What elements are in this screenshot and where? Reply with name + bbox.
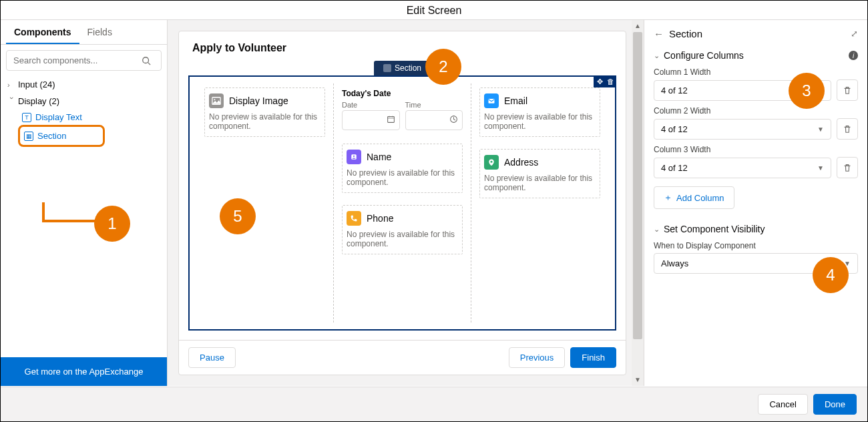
tree-input-label: Input (24) <box>18 79 55 89</box>
no-preview-text: No preview is available for this compone… <box>347 230 458 248</box>
section-tab-icon <box>383 64 391 72</box>
tab-components[interactable]: Components <box>6 20 79 44</box>
section-icon: ▦ <box>24 132 33 141</box>
chevron-down-icon: ⌄ <box>654 225 660 234</box>
scroll-down-icon[interactable]: ▼ <box>632 374 644 386</box>
email-icon <box>484 93 499 108</box>
screen-canvas: Apply to Volunteer Section ✥ 🗑 <box>178 31 626 375</box>
previous-button[interactable]: Previous <box>509 347 566 368</box>
canvas-area: Apply to Volunteer Section ✥ 🗑 <box>168 20 644 386</box>
time-input[interactable] <box>405 110 463 130</box>
component-phone[interactable]: Phone No preview is available for this c… <box>342 205 463 254</box>
properties-panel: ← Section ⤢ ⌄ Configure Columns i Column… <box>644 20 867 386</box>
expand-icon[interactable]: ⤢ <box>851 29 858 39</box>
info-icon[interactable]: i <box>849 51 858 60</box>
section-actions: ✥ 🗑 <box>594 75 616 87</box>
modal-footer: Cancel Done <box>1 387 867 421</box>
svg-point-12 <box>491 161 493 163</box>
section-body[interactable]: ✥ 🗑 Display Image <box>188 75 616 331</box>
canvas-scrollbar[interactable]: ▲ ▼ <box>632 20 644 386</box>
visibility-toggle[interactable]: ⌄ Set Component Visibility <box>654 224 858 234</box>
component-title: Display Image <box>229 95 288 106</box>
no-preview-text: No preview is available for this compone… <box>209 112 320 131</box>
chevron-right-icon: › <box>7 81 17 89</box>
tab-fields[interactable]: Fields <box>79 20 120 44</box>
search-components <box>6 50 162 71</box>
section-column-1[interactable]: Display Image No preview is available fo… <box>196 83 334 323</box>
section-tab[interactable]: Section <box>374 61 431 75</box>
column-3-label: Column 3 Width <box>654 145 858 154</box>
add-column-button[interactable]: ＋ Add Column <box>654 186 734 209</box>
plus-icon: ＋ <box>664 192 672 204</box>
component-name[interactable]: Name No preview is available for this co… <box>342 144 463 193</box>
main-layout: Components Fields › Input (24) › Display… <box>1 19 867 386</box>
svg-rect-4 <box>387 116 394 122</box>
component-address[interactable]: Address No preview is available for this… <box>479 149 600 198</box>
date-label: Date <box>342 101 400 109</box>
tree-group-display[interactable]: › Display (2) <box>5 93 163 110</box>
tree-group-input[interactable]: › Input (24) <box>5 76 163 93</box>
column-1-label: Column 1 Width <box>654 67 858 77</box>
chevron-down-icon: › <box>8 97 16 106</box>
time-label: Time <box>405 101 463 109</box>
svg-point-0 <box>143 57 149 63</box>
component-title: Phone <box>367 213 393 224</box>
delete-column-1[interactable] <box>837 79 858 101</box>
dropdown-icon: ▼ <box>844 260 851 267</box>
move-icon[interactable]: ✥ <box>595 77 604 86</box>
select-value: 4 of 12 <box>661 124 688 134</box>
image-icon <box>209 93 224 108</box>
tree-item-label: Display Text <box>35 112 82 122</box>
delete-column-3[interactable] <box>837 157 858 178</box>
modal-title: Edit Screen <box>1 1 867 19</box>
column-2-select[interactable]: 4 of 12 ▼ <box>654 119 831 140</box>
select-value: 4 of 12 <box>661 163 688 173</box>
delete-icon[interactable]: 🗑 <box>606 77 615 86</box>
configure-columns-toggle[interactable]: ⌄ Configure Columns i <box>654 50 858 61</box>
app-exchange-button[interactable]: Get more on the AppExchange <box>1 357 167 386</box>
section-column-2[interactable]: Today's Date Date Tim <box>334 83 471 323</box>
scroll-thumb[interactable] <box>633 32 642 339</box>
svg-point-3 <box>214 99 215 100</box>
svg-line-1 <box>148 62 151 65</box>
section-tab-label: Section <box>395 63 421 73</box>
visibility-label: Set Component Visibility <box>664 224 765 234</box>
back-icon[interactable]: ← <box>654 28 664 39</box>
left-tabs: Components Fields <box>1 20 167 45</box>
component-title: Address <box>504 157 538 168</box>
scroll-up-icon[interactable]: ▲ <box>632 20 644 32</box>
clock-icon <box>449 115 458 126</box>
when-select[interactable]: Always ▼ <box>654 253 858 274</box>
delete-column-2[interactable] <box>837 118 858 140</box>
tree-item-display-text[interactable]: T Display Text <box>21 110 163 125</box>
select-value: 4 of 12 <box>661 85 688 95</box>
location-icon <box>484 155 499 170</box>
chevron-down-icon: ⌄ <box>654 51 660 60</box>
calendar-icon <box>387 115 395 126</box>
section-column-3[interactable]: Email No preview is available for this c… <box>471 83 608 323</box>
column-1-select[interactable]: 4 of 12 ▼ <box>654 80 831 101</box>
pause-button[interactable]: Pause <box>188 347 236 368</box>
column-2-label: Column 2 Width <box>654 106 858 116</box>
component-todays-date[interactable]: Today's Date Date Tim <box>342 87 463 132</box>
dropdown-icon: ▼ <box>817 126 824 133</box>
tree-item-section[interactable]: ▦ Section <box>23 128 100 144</box>
tree-item-label: Section <box>37 131 66 141</box>
search-input[interactable] <box>6 50 162 71</box>
date-input[interactable] <box>342 110 400 130</box>
configure-columns-label: Configure Columns <box>664 50 744 61</box>
phone-icon <box>347 211 361 226</box>
component-display-image[interactable]: Display Image No preview is available fo… <box>204 87 325 137</box>
person-icon <box>347 150 361 164</box>
component-email[interactable]: Email No preview is available for this c… <box>479 87 600 137</box>
finish-button[interactable]: Finish <box>570 347 616 368</box>
done-button[interactable]: Done <box>813 394 857 415</box>
select-value: Always <box>661 258 688 268</box>
canvas-footer: Pause Previous Finish <box>179 340 626 375</box>
no-preview-text: No preview is available for this compone… <box>484 174 596 192</box>
component-title: Today's Date <box>342 89 463 98</box>
cancel-button[interactable]: Cancel <box>758 394 807 415</box>
no-preview-text: No preview is available for this compone… <box>347 168 458 187</box>
callout-1-connector-h <box>42 220 102 222</box>
column-3-select[interactable]: 4 of 12 ▼ <box>654 158 831 178</box>
